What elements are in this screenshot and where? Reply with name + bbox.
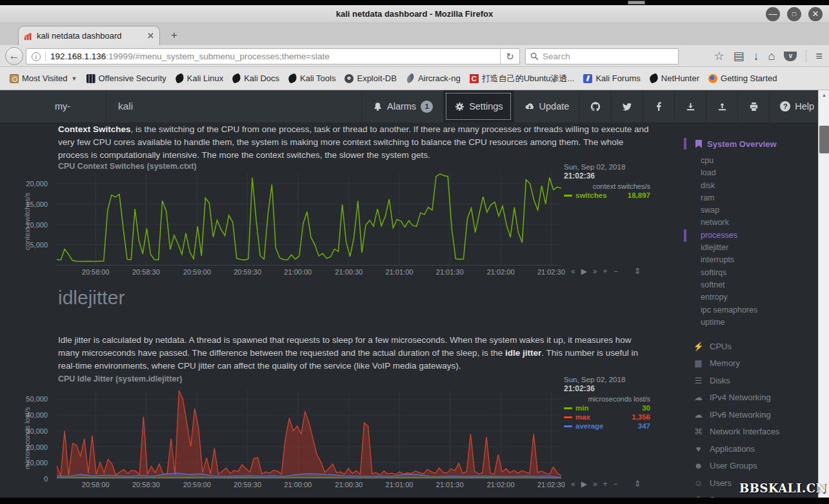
pan-backwards-icon[interactable]: «: [571, 267, 575, 276]
submenu-item-processes[interactable]: processes: [684, 229, 813, 242]
page-scrollbar[interactable]: ▲ ▼: [818, 90, 829, 498]
play-icon[interactable]: ▶: [581, 267, 587, 276]
alarms-button[interactable]: Alarms1: [361, 90, 443, 122]
x-tick-label: 20:59:00: [183, 481, 211, 489]
url-separator: [45, 52, 46, 61]
legend-swatch-icon: [564, 407, 572, 409]
zoom-in-icon[interactable]: +: [603, 480, 608, 489]
search-box[interactable]: [525, 48, 679, 64]
bookmark-item[interactable]: NetHunter: [645, 73, 704, 83]
pocket-icon[interactable]: ∨: [784, 52, 797, 61]
play-icon[interactable]: ▶: [581, 480, 587, 489]
submenu-item-cpu[interactable]: cpu: [684, 155, 813, 167]
bookmark-label: Exploit-DB: [357, 73, 396, 83]
submenu-item-disk[interactable]: disk: [684, 180, 813, 192]
submenu-item-entropy[interactable]: entropy: [684, 291, 813, 304]
menu-system-overview[interactable]: System Overview: [684, 138, 813, 150]
submenu-item-uptime[interactable]: uptime: [684, 316, 813, 329]
legend-row-min[interactable]: min30: [564, 404, 650, 412]
menu-hamburger-icon[interactable]: ≡: [815, 48, 823, 64]
menu-item-applications[interactable]: ♥Applications: [684, 440, 813, 458]
bookmark-item[interactable]: Kali Linux: [171, 73, 228, 83]
maximize-button[interactable]: □: [787, 7, 801, 21]
downloads-icon[interactable]: ↓: [754, 48, 759, 64]
bookmark-item[interactable]: Exploit-DB: [340, 73, 401, 83]
bookmark-item[interactable]: Most Visited▼: [5, 73, 82, 83]
download-button[interactable]: [674, 90, 706, 122]
url-text[interactable]: 192.168.1.136:19999/#menu_system_submenu…: [50, 52, 500, 61]
resize-icon[interactable]: ⇕: [634, 266, 641, 276]
minimize-button[interactable]: —: [766, 7, 780, 21]
scrollbar-thumb[interactable]: [819, 126, 829, 153]
menu-item-network-interfaces[interactable]: ⌘Network Interfaces: [684, 423, 813, 441]
menu-item-disks[interactable]: ☰Disks: [684, 372, 813, 389]
submenu-item-ram[interactable]: ram: [684, 192, 813, 204]
chart-plot-area[interactable]: [57, 173, 561, 266]
submenu-item-softnet[interactable]: softnet: [684, 279, 813, 291]
bookmark-item[interactable]: Getting Started: [704, 73, 781, 83]
bookmark-item[interactable]: Kali Docs: [228, 73, 284, 83]
url-bar[interactable]: i 192.168.1.136:19999/#menu_system_subme…: [26, 48, 520, 64]
menu-item-cpus[interactable]: ⚡CPUs: [684, 338, 813, 355]
menu-item-ipv4-networking[interactable]: ☁IPv4 Networking: [684, 389, 813, 407]
submenu-item-softirqs[interactable]: softirqs: [684, 267, 813, 279]
update-button[interactable]: Update: [514, 90, 580, 122]
resize-icon[interactable]: ⇕: [634, 479, 641, 489]
bookmark-item[interactable]: Kali Forums: [579, 73, 644, 83]
submenu-item-ipc-semaphores[interactable]: ipc semaphores: [684, 304, 813, 316]
bookmark-item[interactable]: Kali Tools: [284, 73, 340, 83]
pan-forwards-icon[interactable]: »: [593, 480, 597, 489]
reload-button[interactable]: ↻: [500, 49, 519, 64]
kali-icon: [648, 73, 659, 83]
submenu-item-swap[interactable]: swap: [684, 204, 813, 217]
new-tab-button[interactable]: +: [166, 28, 182, 43]
submenu-item-load[interactable]: load: [684, 167, 813, 179]
twitter-button[interactable]: [611, 90, 643, 122]
bookmark-item[interactable]: Aircrack-ng: [401, 73, 465, 83]
window-titlebar: kali netdata dashboard - Mozilla Firefox…: [0, 5, 829, 23]
bookmark-item[interactable]: C打造自己的Ubuntu渗透...: [465, 73, 579, 84]
print-button[interactable]: [737, 90, 769, 122]
site-info-icon[interactable]: i: [32, 52, 41, 61]
netdata-favicon-icon: [24, 32, 33, 41]
x-tick-label: 21:01:00: [386, 268, 414, 276]
facebook-button[interactable]: [643, 90, 674, 122]
legend-row-max[interactable]: max1,356: [564, 413, 650, 421]
zoom-out-icon[interactable]: −: [614, 480, 618, 489]
bookmark-label: Kali Forums: [595, 73, 640, 83]
menu-item-ipv6-networking[interactable]: ☁IPv6 Networking: [684, 406, 813, 423]
my-netdata-menu[interactable]: my-netdata▼: [55, 90, 106, 122]
c-red-icon: C: [470, 74, 479, 83]
menu-item-user-groups[interactable]: ☻User Groups: [684, 458, 813, 475]
bookmarks-sidebar-icon[interactable]: ▤: [734, 48, 744, 64]
chart-plot-area[interactable]: [57, 390, 561, 479]
legend-row-average[interactable]: average347: [564, 422, 650, 430]
scroll-up-arrow[interactable]: ▲: [819, 91, 829, 99]
bell-icon: [372, 101, 383, 111]
pan-forwards-icon[interactable]: »: [593, 267, 597, 276]
brand-container[interactable]: my-netdata▼: [19, 90, 106, 122]
github-button[interactable]: [579, 90, 611, 122]
help-button[interactable]: ?Help: [769, 90, 825, 122]
menu-item-memory[interactable]: ▦Memory: [684, 355, 813, 373]
submenu-item-idlejitter[interactable]: idlejitter: [684, 242, 813, 254]
zoom-out-icon[interactable]: −: [614, 267, 618, 276]
bookmark-label: Getting Started: [721, 73, 777, 83]
tab-close-icon[interactable]: ✕: [147, 31, 154, 41]
pan-backwards-icon[interactable]: «: [571, 480, 575, 489]
upload-button[interactable]: [706, 90, 737, 122]
legend-row-switches[interactable]: switches18,897: [564, 191, 650, 199]
window-controls: —□✕: [766, 7, 823, 21]
close-button[interactable]: ✕: [808, 7, 823, 21]
search-input[interactable]: [543, 52, 652, 61]
submenu-item-network[interactable]: network: [684, 217, 813, 229]
bookmark-item[interactable]: Offensive Security: [82, 73, 171, 83]
zoom-in-icon[interactable]: +: [603, 267, 608, 276]
bookmark-star-icon[interactable]: ☆: [714, 48, 724, 64]
legend-date: Sun, Sep 02, 2018: [564, 163, 650, 171]
tab-kali-netdata[interactable]: kali netdata dashboard ✕: [18, 26, 160, 45]
home-icon[interactable]: ⌂: [768, 48, 775, 64]
settings-button[interactable]: Settings: [443, 90, 513, 122]
back-button[interactable]: ←: [5, 47, 23, 65]
submenu-item-interrupts[interactable]: interrupts: [684, 254, 813, 266]
